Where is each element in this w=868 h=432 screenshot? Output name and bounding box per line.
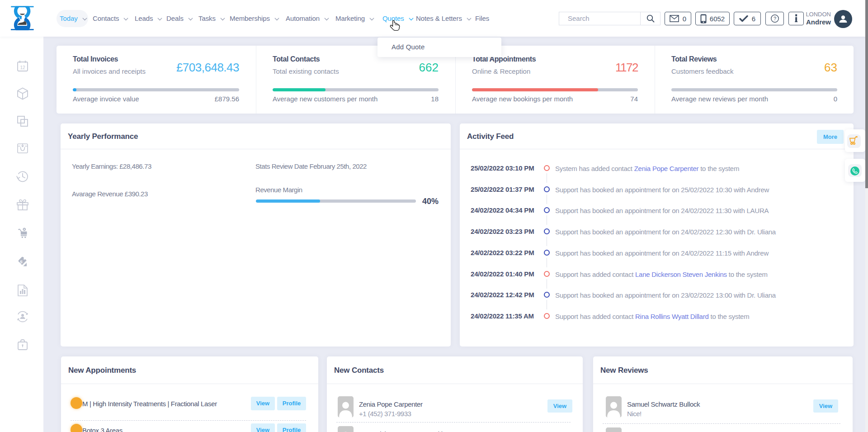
svg-text:?: ? bbox=[773, 16, 776, 21]
svg-text:S: S bbox=[19, 259, 23, 264]
svg-text:12: 12 bbox=[20, 65, 25, 70]
